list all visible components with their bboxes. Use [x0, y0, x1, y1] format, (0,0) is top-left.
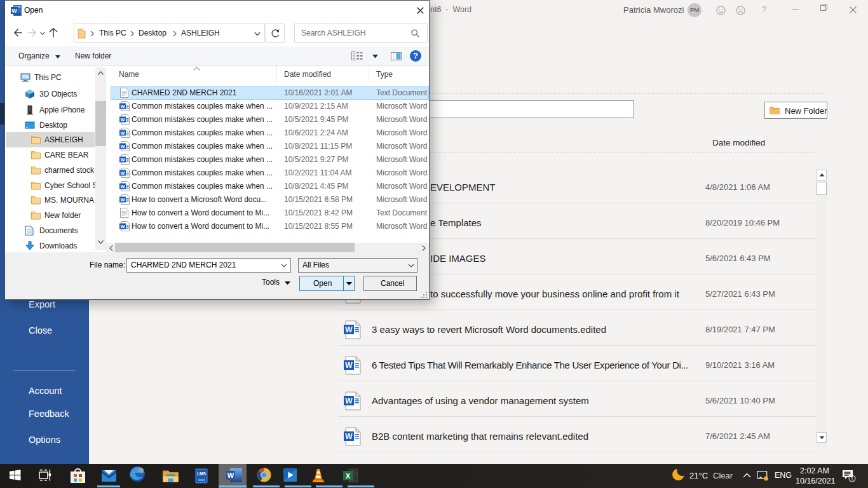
svg-text:W: W — [11, 8, 17, 14]
svg-text:W: W — [345, 432, 353, 441]
svg-text:1: 1 — [851, 476, 854, 482]
svg-text:W: W — [345, 325, 353, 334]
svg-text:W: W — [120, 170, 125, 176]
svg-text:LMS: LMS — [197, 471, 206, 476]
svg-text:W: W — [120, 144, 125, 149]
svg-text:GENIE: GENIE — [198, 479, 205, 482]
svg-text:W: W — [120, 224, 125, 229]
svg-text:W: W — [120, 130, 125, 136]
svg-text:X: X — [346, 472, 351, 480]
svg-text:W: W — [120, 117, 125, 123]
svg-text:W: W — [120, 184, 125, 189]
svg-text:W: W — [120, 104, 125, 109]
svg-text:W: W — [120, 197, 125, 203]
svg-text:W: W — [345, 361, 353, 370]
svg-text:W: W — [345, 396, 353, 405]
svg-text:W: W — [120, 157, 125, 163]
svg-text:W: W — [227, 471, 234, 479]
